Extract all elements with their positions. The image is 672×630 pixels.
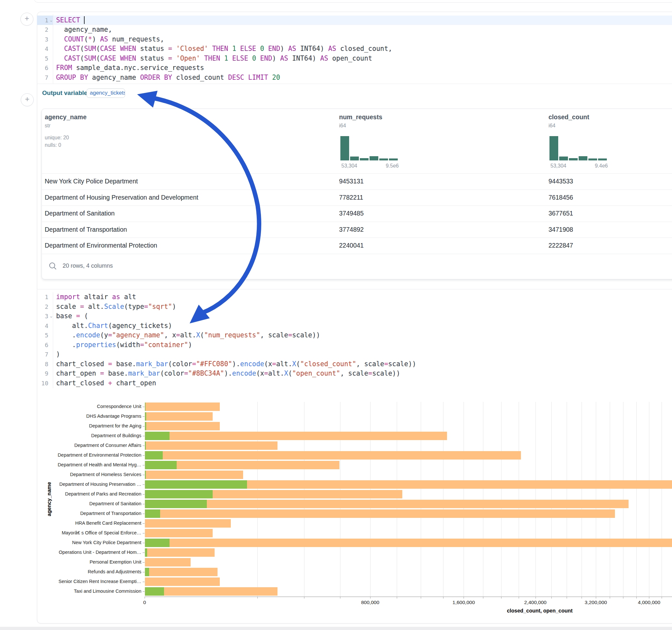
python-token-str: "agency_name" <box>112 331 164 339</box>
python-token-str: "#FFC080" <box>196 360 232 368</box>
python-token-op: = <box>140 341 144 349</box>
python-token-op: = <box>288 331 292 339</box>
python-token-pl: altair <box>80 293 112 301</box>
python-token-pl: alt. <box>268 369 284 377</box>
python-token-pl: ) <box>188 341 192 349</box>
python-line-number: 6 <box>37 340 48 350</box>
python-token-fn: X <box>284 369 288 377</box>
python-token-pl: scale)) <box>372 369 400 377</box>
python-token-fn: Chart <box>88 322 108 330</box>
python-token-op: = <box>192 360 196 368</box>
python-line-number: 7 <box>37 350 48 359</box>
python-token-pl: , x <box>164 331 176 339</box>
python-token-pl: alt <box>120 293 136 301</box>
python-line-number: 4 <box>37 321 48 331</box>
python-token-pl: chart_open <box>112 379 156 387</box>
python-token-pl: (x <box>256 369 264 377</box>
python-token-str: "num_requests" <box>204 331 260 339</box>
python-token-pl: (y <box>100 331 108 339</box>
python-token-op: = <box>368 369 372 377</box>
python-token-pl: ). <box>224 369 232 377</box>
python-token-str: "open_count" <box>292 369 340 377</box>
python-token-pl: ). <box>232 360 240 368</box>
python-token-str: "#8BC34A" <box>188 369 224 377</box>
python-token-op: = <box>184 369 188 377</box>
python-token-op: = <box>384 360 388 368</box>
python-token-pl: scale)) <box>388 360 416 368</box>
python-token-pl: (x <box>264 360 272 368</box>
python-code-line[interactable]: alt.Chart(agency_tickets) <box>56 321 172 331</box>
notebook-page: + + 1⌄SELECT 2 agency_name,3 COUNT(*) AS… <box>0 0 672 630</box>
python-token-op: + <box>108 379 112 387</box>
python-token-pl: scale <box>56 303 80 311</box>
python-line-number: 8 <box>37 359 48 369</box>
python-token-pl: ( <box>288 369 292 377</box>
python-code-editor[interactable]: 1import altair as alt2scale = alt.Scale(… <box>0 0 672 389</box>
python-token-pl: ( <box>200 331 204 339</box>
python-token-pl: chart_closed <box>56 360 108 368</box>
python-token-pl: , scale <box>356 360 384 368</box>
python-code-line[interactable]: chart_open = base.mark_bar(color="#8BC34… <box>56 369 400 379</box>
python-token-op: = <box>144 303 148 311</box>
python-code-line[interactable]: base = ( <box>56 311 88 321</box>
python-token-op: = <box>264 369 268 377</box>
python-token-pl: (color <box>160 369 184 377</box>
python-token-pl: . <box>56 341 76 349</box>
python-token-pl: , scale <box>260 331 288 339</box>
python-token-op: = <box>76 312 80 320</box>
python-token-pl: (color <box>168 360 192 368</box>
python-token-kw: as <box>112 293 120 301</box>
python-line-number: 3 <box>37 311 48 321</box>
python-gutter-divider <box>53 292 53 388</box>
python-token-fn: encode <box>240 360 264 368</box>
python-token-fn: properties <box>76 341 116 349</box>
python-code-line[interactable]: chart_closed = base.mark_bar(color="#FFC… <box>56 359 416 369</box>
python-token-pl: base. <box>104 369 128 377</box>
python-token-pl: alt. <box>276 360 292 368</box>
python-token-pl: alt. <box>180 331 196 339</box>
python-token-pl: chart_closed <box>56 379 108 387</box>
python-token-pl: alt. <box>56 322 88 330</box>
python-code-line[interactable]: .encode(y="agency_name", x=alt.X("num_re… <box>56 331 320 340</box>
python-fold-chevron-icon[interactable]: ⌄ <box>49 311 53 321</box>
python-token-pl: ( <box>296 360 300 368</box>
python-code-line[interactable]: .properties(width="container") <box>56 340 192 350</box>
python-token-fn: X <box>292 360 296 368</box>
python-token-pl: base. <box>112 360 136 368</box>
python-token-op: = <box>80 303 84 311</box>
python-token-pl: ( <box>80 312 88 320</box>
python-token-pl: (agency_tickets) <box>108 322 172 330</box>
python-token-op: = <box>100 369 104 377</box>
python-token-pl: scale)) <box>292 331 320 339</box>
python-token-pl: . <box>56 331 76 339</box>
python-token-pl: chart_open <box>56 369 100 377</box>
python-line-number: 9 <box>37 369 48 379</box>
python-token-pl: , scale <box>340 369 368 377</box>
python-token-pl: ) <box>56 350 60 358</box>
python-code-line[interactable]: import altair as alt <box>56 292 136 302</box>
python-token-pl: base <box>56 312 76 320</box>
python-token-op: = <box>272 360 276 368</box>
python-line-number: 10 <box>37 379 48 388</box>
python-token-fn: mark_bar <box>128 369 160 377</box>
python-code-line[interactable]: scale = alt.Scale(type="sqrt") <box>56 302 176 312</box>
python-token-fn: X <box>196 331 200 339</box>
python-token-fn: encode <box>232 369 256 377</box>
python-token-kw: import <box>56 293 80 301</box>
python-token-op: = <box>108 360 112 368</box>
python-code-line[interactable]: chart_closed + chart_open <box>56 379 156 388</box>
python-token-fn: encode <box>76 331 100 339</box>
python-token-str: "closed_count" <box>300 360 356 368</box>
python-code-line[interactable]: ) <box>56 350 60 359</box>
python-token-pl: ) <box>172 303 176 311</box>
python-line-number: 2 <box>37 302 48 312</box>
python-token-pl: (type <box>124 303 144 311</box>
python-token-str: "container" <box>144 341 188 349</box>
python-token-pl: alt. <box>84 303 104 311</box>
python-line-number: 5 <box>37 331 48 340</box>
python-token-fn: Scale <box>104 303 124 311</box>
python-token-op: = <box>176 331 180 339</box>
next-cell-top-edge <box>0 627 672 630</box>
python-token-fn: mark_bar <box>136 360 168 368</box>
python-token-pl: (width <box>116 341 140 349</box>
